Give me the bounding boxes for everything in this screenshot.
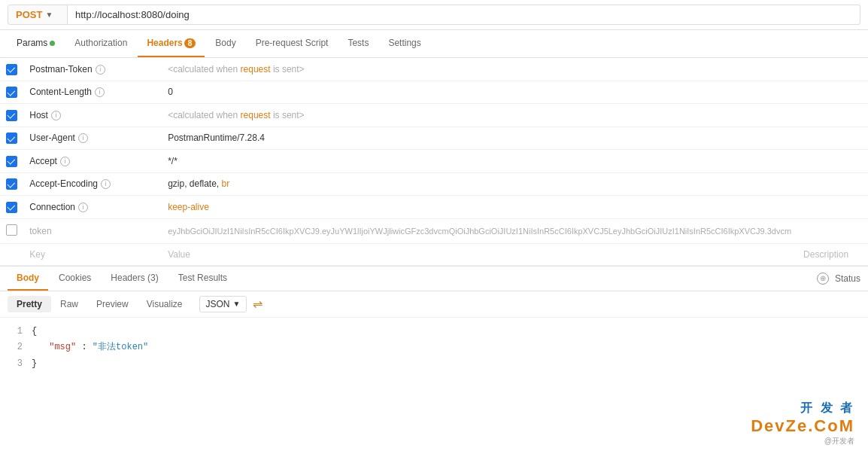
header-checkbox[interactable]: [6, 178, 17, 190]
info-icon[interactable]: i: [78, 133, 88, 143]
table-row: User-AgentiPostmanRuntime/7.28.4: [0, 126, 868, 150]
tab-headers[interactable]: Headers8: [138, 30, 205, 57]
request-tabs-bar: Params Authorization Headers8 Body Pre-r…: [0, 30, 868, 58]
headers-section: Postman-Tokeni<calculated when request i…: [0, 58, 868, 266]
header-checkbox[interactable]: [6, 224, 17, 236]
info-icon[interactable]: i: [51, 111, 61, 120]
header-key: User-Agent: [29, 133, 75, 143]
header-value: PostmanRuntime/7.28.4: [168, 133, 265, 143]
format-tab-pretty[interactable]: Pretty: [8, 296, 51, 312]
format-tab-visualize[interactable]: Visualize: [138, 296, 192, 312]
response-right: ⊕ Status: [817, 273, 860, 285]
code-area: 1{ 2 "msg" : "非法token" 3}: [0, 318, 868, 379]
header-value: <calculated when request is sent>: [168, 110, 304, 120]
status-label: Status: [835, 273, 860, 284]
globe-icon[interactable]: ⊕: [817, 273, 829, 285]
json-selector[interactable]: JSON ▼: [199, 296, 247, 312]
header-value-long: eyJhbGciOiJIUzI1NiIsInR5cCI6IkpXVCJ9.eyJ…: [168, 227, 791, 236]
desc-placeholder: Description: [803, 249, 848, 260]
header-checkbox[interactable]: [6, 202, 17, 213]
url-input[interactable]: [68, 5, 860, 25]
method-select[interactable]: POST ▼: [8, 5, 68, 25]
headers-table: Postman-Tokeni<calculated when request i…: [0, 58, 868, 266]
chevron-down-icon: ▼: [233, 300, 241, 308]
code-line-2: 2 "msg" : "非法token": [8, 340, 860, 356]
tab-settings[interactable]: Settings: [379, 30, 429, 57]
table-row: Connectionikeep-alive: [0, 196, 868, 219]
info-icon[interactable]: i: [101, 179, 111, 189]
value-placeholder: Value: [168, 249, 190, 260]
header-key: Connection: [29, 202, 75, 212]
params-dot: [50, 41, 55, 46]
header-value: gzip, deflate, br: [168, 178, 229, 189]
response-tab-body[interactable]: Body: [8, 267, 48, 291]
tab-authorization[interactable]: Authorization: [65, 30, 136, 57]
table-row: tokeneyJhbGciOiJIUzI1NiIsInR5cCI6IkpXVCJ…: [0, 218, 868, 243]
header-key: Accept: [29, 156, 57, 166]
url-bar: POST ▼: [0, 0, 868, 30]
key-placeholder: Key: [29, 249, 45, 260]
header-key: token: [29, 226, 51, 236]
tab-tests[interactable]: Tests: [338, 30, 378, 57]
headers-footer-row: Key Value Description: [0, 243, 868, 265]
header-checkbox[interactable]: [6, 110, 17, 121]
response-tab-cookies[interactable]: Cookies: [50, 267, 100, 291]
header-checkbox[interactable]: [6, 133, 17, 144]
header-value: */*: [168, 156, 178, 166]
header-value: 0: [168, 87, 173, 97]
method-label: POST: [16, 9, 42, 20]
header-value: <calculated when request is sent>: [168, 64, 304, 75]
header-value: keep-alive: [168, 202, 209, 212]
header-key: Host: [29, 110, 48, 120]
header-checkbox[interactable]: [6, 87, 17, 98]
response-tab-headers[interactable]: Headers (3): [102, 267, 167, 291]
format-tab-preview[interactable]: Preview: [87, 296, 138, 312]
code-line-3: 3}: [8, 356, 860, 373]
table-row: Hosti<calculated when request is sent>: [0, 104, 868, 127]
response-tab-test-results[interactable]: Test Results: [169, 267, 236, 291]
header-checkbox[interactable]: [6, 64, 17, 75]
header-key: Content-Length: [29, 87, 92, 97]
header-key: Accept-Encoding: [29, 178, 98, 189]
header-checkbox[interactable]: [6, 156, 17, 167]
header-key: Postman-Token: [29, 64, 92, 75]
info-icon[interactable]: i: [60, 157, 70, 166]
tab-prerequest[interactable]: Pre-request Script: [247, 30, 338, 57]
code-line-1: 1{: [8, 324, 860, 340]
format-tabs: Pretty Raw Preview Visualize JSON ▼ ⇌: [0, 291, 868, 318]
format-tab-raw[interactable]: Raw: [51, 296, 87, 312]
tab-params[interactable]: Params: [8, 30, 64, 57]
table-row: Content-Lengthi0: [0, 81, 868, 104]
info-icon[interactable]: i: [95, 87, 105, 97]
table-row: Accept-Encodingigzip, deflate, br: [0, 172, 868, 196]
wrap-icon[interactable]: ⇌: [253, 297, 263, 311]
response-tabs-bar: Body Cookies Headers (3) Test Results ⊕ …: [0, 266, 868, 291]
tab-body[interactable]: Body: [206, 30, 244, 57]
chevron-down-icon: ▼: [45, 11, 53, 19]
table-row: Postman-Tokeni<calculated when request i…: [0, 58, 868, 81]
info-icon[interactable]: i: [78, 203, 88, 212]
table-row: Accepti*/*: [0, 150, 868, 173]
info-icon[interactable]: i: [96, 65, 105, 75]
